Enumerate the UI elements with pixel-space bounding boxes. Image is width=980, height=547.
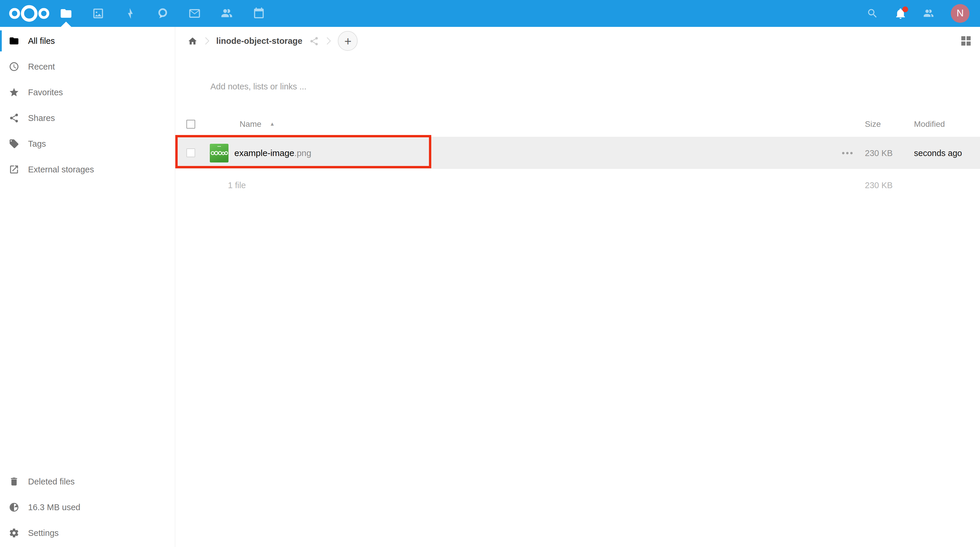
three-dots-icon <box>842 152 845 154</box>
file-modified: seconds ago <box>906 148 980 157</box>
sidebar-item-external-storages[interactable]: External storages <box>0 157 175 182</box>
sidebar-item-label: 16.3 MB used <box>28 502 80 512</box>
sidebar-item-settings[interactable]: Settings <box>0 520 175 546</box>
sidebar-item-label: Favorites <box>28 87 63 97</box>
external-storage-icon <box>9 164 19 175</box>
sidebar-item-label: All files <box>28 36 55 46</box>
search-button[interactable] <box>867 8 878 19</box>
photos-icon <box>92 7 105 20</box>
sidebar-item-favorites[interactable]: Favorites <box>0 80 175 105</box>
sidebar-item-recent[interactable]: Recent <box>0 54 175 80</box>
app-mail[interactable] <box>188 0 201 27</box>
files-total-size-summary: 230 KB <box>865 181 906 190</box>
file-extension: .png <box>294 148 311 157</box>
topbar-left <box>0 0 265 27</box>
column-header-size[interactable]: Size <box>865 119 906 129</box>
file-basename: example-image <box>234 148 294 157</box>
file-actions-menu-button[interactable] <box>830 152 865 154</box>
contacts-menu-icon <box>923 8 934 19</box>
clock-icon <box>9 61 19 72</box>
app-contacts[interactable] <box>220 0 233 27</box>
files-table-header: Name ▲ Size Modified <box>175 111 980 137</box>
files-count-summary: 1 file <box>201 181 830 190</box>
folder-icon <box>9 36 19 46</box>
files-sidebar: All files Recent Favorites Shares Tags E… <box>0 27 175 547</box>
app-talk[interactable] <box>156 0 169 27</box>
breadcrumb-folder-name[interactable]: linode-object-storage <box>216 36 302 46</box>
file-row-example-image[interactable]: example-image.png 230 KB seconds ago <box>175 137 980 169</box>
chevron-right-icon <box>201 35 213 47</box>
select-all-checkbox[interactable] <box>186 119 195 128</box>
mail-envelope-icon <box>188 7 201 20</box>
sidebar-item-label: Deleted files <box>28 477 75 486</box>
star-icon <box>9 87 19 98</box>
sort-ascending-icon: ▲ <box>270 121 275 127</box>
sidebar-item-label: Recent <box>28 62 55 71</box>
app-files[interactable] <box>60 0 72 27</box>
nextcloud-logo[interactable] <box>8 3 50 24</box>
tag-icon <box>9 138 19 149</box>
activity-lightning-icon <box>124 7 137 20</box>
topbar-right: N <box>867 0 980 27</box>
share-icon <box>9 113 19 123</box>
talk-chat-bubble-icon <box>156 7 169 20</box>
grid-view-icon <box>961 36 966 40</box>
files-folder-icon <box>60 7 72 20</box>
sidebar-item-tags[interactable]: Tags <box>0 131 175 157</box>
settings-gear-icon <box>9 528 19 538</box>
app-calendar[interactable] <box>253 0 265 27</box>
grid-view-toggle-button[interactable] <box>961 36 970 46</box>
contacts-menu-button[interactable] <box>923 8 934 19</box>
app-menu <box>60 0 265 27</box>
nextcloud-files-app: N All files Recent Favorites Shares Tags… <box>0 0 980 547</box>
file-thumbnail <box>210 143 229 162</box>
quota-pie-icon <box>9 502 19 512</box>
app-activity[interactable] <box>124 0 137 27</box>
breadcrumb-home-button[interactable] <box>188 36 197 46</box>
sidebar-item-label: Shares <box>28 113 55 123</box>
sidebar-item-quota[interactable]: 16.3 MB used <box>0 495 175 520</box>
nextcloud-logo-icon <box>8 3 50 24</box>
files-summary-row: 1 file 230 KB <box>175 169 980 202</box>
sidebar-item-label: Settings <box>28 528 59 537</box>
file-name-cell: example-image.png <box>201 143 830 162</box>
column-header-modified[interactable]: Modified <box>906 119 980 129</box>
files-table: Name ▲ Size Modified <box>175 111 980 202</box>
share-icon <box>309 36 319 46</box>
files-content: linode-object-storage + Add notes, lists… <box>175 27 980 547</box>
notification-unread-dot <box>902 6 908 12</box>
sidebar-item-label: External storages <box>28 165 94 174</box>
chevron-right-icon <box>323 35 334 47</box>
notifications-button[interactable] <box>895 8 906 19</box>
search-icon <box>867 8 878 19</box>
breadcrumb-share-button[interactable] <box>309 36 319 46</box>
column-header-name[interactable]: Name ▲ <box>201 119 830 129</box>
sidebar-item-deleted-files[interactable]: Deleted files <box>0 469 175 495</box>
breadcrumb: linode-object-storage + <box>175 28 980 54</box>
trash-icon <box>9 476 19 487</box>
sidebar-bottom: Deleted files 16.3 MB used Settings <box>0 469 175 547</box>
app-photos[interactable] <box>92 0 105 27</box>
contacts-people-icon <box>220 7 233 20</box>
new-file-button[interactable]: + <box>338 31 358 51</box>
file-size: 230 KB <box>865 148 906 157</box>
workspace-notes-input[interactable]: Add notes, lists or links ... <box>175 74 980 99</box>
user-avatar[interactable]: N <box>951 4 969 23</box>
home-icon <box>188 36 197 46</box>
calendar-icon <box>253 7 265 20</box>
sidebar-item-all-files[interactable]: All files <box>0 28 175 54</box>
sidebar-item-shares[interactable]: Shares <box>0 105 175 131</box>
file-select-checkbox[interactable] <box>186 148 195 157</box>
sidebar-item-label: Tags <box>28 139 46 148</box>
topbar: N <box>0 0 980 27</box>
